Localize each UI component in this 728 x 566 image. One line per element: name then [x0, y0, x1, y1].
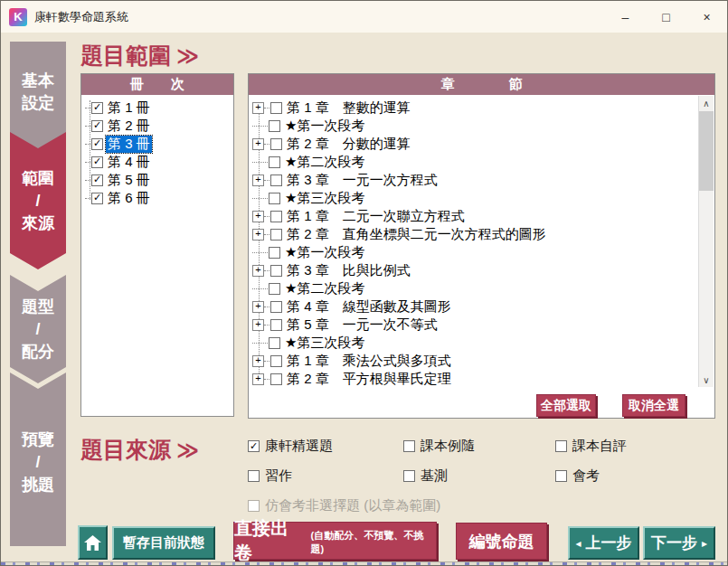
checkbox[interactable]	[270, 265, 282, 277]
next-step-button[interactable]: 下一步 ▸	[643, 526, 715, 560]
volume-item[interactable]: 第 4 冊	[81, 153, 233, 171]
expand-plus-icon[interactable]	[252, 373, 264, 385]
checkbox[interactable]	[403, 470, 415, 482]
numbered-question-button[interactable]: 編號命題	[456, 523, 547, 560]
checkbox[interactable]	[91, 156, 103, 168]
volume-item[interactable]: 第 6 冊	[81, 189, 233, 207]
expand-plus-icon[interactable]	[252, 301, 264, 313]
checkbox[interactable]	[269, 156, 280, 168]
volume-label[interactable]: 第 5 冊	[108, 172, 150, 189]
checkbox[interactable]	[270, 373, 282, 385]
checkbox[interactable]	[91, 120, 103, 132]
checkbox[interactable]	[270, 102, 282, 114]
source-option[interactable]: 基測	[403, 467, 448, 485]
expand-plus-icon[interactable]	[252, 355, 264, 367]
checkbox[interactable]	[91, 102, 103, 114]
checkbox[interactable]	[91, 193, 103, 204]
expand-plus-icon[interactable]	[252, 265, 264, 277]
source-option-label[interactable]: 康軒精選題	[265, 438, 333, 455]
scroll-up-icon[interactable]: ∧	[699, 96, 714, 110]
deselect-all-button[interactable]: 取消全選	[622, 394, 685, 417]
checkbox[interactable]	[270, 175, 282, 186]
volume-label[interactable]: 第 1 冊	[108, 99, 150, 117]
checkbox[interactable]	[269, 193, 280, 204]
expand-plus-icon[interactable]	[252, 319, 264, 331]
chapter-label[interactable]: 第 2 章 直角坐標與二元一次方程式的圖形	[287, 226, 546, 243]
checkbox[interactable]	[269, 283, 280, 295]
chapter-label[interactable]: 第 5 章 一元一次不等式	[287, 316, 438, 334]
sidebar-item-question-types[interactable]: 題型 / 配分	[10, 275, 66, 383]
chapter-label[interactable]: ★第二次段考	[285, 154, 364, 171]
source-option-label[interactable]: 課本自評	[572, 438, 627, 455]
checkbox[interactable]	[91, 175, 103, 186]
chapter-tree-item[interactable]: 第 2 章 直角坐標與二元一次方程式的圖形	[249, 225, 699, 243]
source-option[interactable]: 課本自評	[555, 438, 627, 455]
checkbox[interactable]	[269, 247, 280, 259]
source-option[interactable]: 會考	[555, 467, 600, 485]
source-option-label[interactable]: 會考	[572, 467, 600, 485]
source-option-label[interactable]: 基測	[421, 467, 448, 485]
sidebar-item-preview-pick[interactable]: 預覽 / 挑題	[10, 373, 66, 546]
chapter-label[interactable]: 第 2 章 分數的運算	[287, 136, 411, 153]
source-option[interactable]: 課本例隨	[403, 438, 475, 455]
chapter-label[interactable]: 第 1 章 二元一次聯立方程式	[287, 208, 465, 225]
checkbox[interactable]	[269, 120, 280, 132]
chapter-tree-item[interactable]: ★第三次段考	[249, 334, 699, 352]
checkbox[interactable]	[270, 319, 282, 331]
chapter-label[interactable]: ★第一次段考	[285, 244, 364, 261]
chapter-tree-item[interactable]: ★第一次段考	[249, 243, 699, 261]
source-option-label[interactable]: 課本例隨	[421, 438, 475, 455]
scrollbar-thumb[interactable]	[699, 111, 714, 191]
expand-plus-icon[interactable]	[252, 175, 264, 186]
select-all-button[interactable]: 全部選取	[536, 394, 596, 417]
volume-label[interactable]: 第 4 冊	[108, 154, 150, 171]
chapter-tree-item[interactable]: 第 1 章 二元一次聯立方程式	[249, 207, 699, 225]
source-option[interactable]: 康軒精選題	[248, 438, 333, 455]
volume-label[interactable]: 第 2 冊	[108, 118, 150, 135]
checkbox[interactable]	[248, 440, 260, 452]
chapter-label[interactable]: 第 4 章 線型函數及其圖形	[287, 298, 451, 316]
checkbox[interactable]	[270, 138, 282, 150]
checkbox[interactable]	[555, 440, 567, 452]
source-option-label[interactable]: 習作	[265, 467, 292, 485]
chapter-tree-item[interactable]: 第 1 章 整數的運算	[249, 99, 699, 117]
checkbox[interactable]	[270, 301, 282, 313]
chapter-tree-item[interactable]: 第 3 章 一元一次方程式	[249, 171, 699, 189]
chapter-tree-item[interactable]: ★第二次段考	[249, 279, 699, 297]
sidebar-item-scope-source[interactable]: 範圍 / 來源	[10, 132, 66, 269]
volume-item[interactable]: 第 2 冊	[81, 117, 233, 135]
checkbox[interactable]	[555, 470, 567, 482]
chapter-label[interactable]: ★第一次段考	[285, 118, 364, 135]
expand-plus-icon[interactable]	[252, 211, 264, 222]
chapter-label[interactable]: 第 1 章 乘法公式與多項式	[287, 353, 451, 370]
checkbox[interactable]	[270, 211, 282, 222]
previous-step-button[interactable]: ◂ 上一步	[568, 526, 639, 560]
source-option[interactable]: 習作	[248, 467, 292, 485]
chapter-tree-item[interactable]: 第 5 章 一元一次不等式	[249, 316, 699, 334]
chapter-label[interactable]: 第 3 章 比與比例式	[287, 262, 411, 279]
maximize-button[interactable]: □	[646, 1, 686, 33]
chapter-label[interactable]: ★第三次段考	[285, 335, 364, 352]
chapter-tree-item[interactable]: ★第三次段考	[249, 189, 699, 207]
chapter-tree-item[interactable]: 第 4 章 線型函數及其圖形	[249, 297, 699, 316]
volume-label[interactable]: 第 6 冊	[108, 190, 150, 207]
home-button[interactable]	[78, 525, 108, 560]
chapter-tree-item[interactable]: ★第一次段考	[249, 117, 699, 135]
chapter-tree-item[interactable]: 第 2 章 分數的運算	[249, 135, 699, 153]
checkbox[interactable]	[248, 470, 260, 482]
chapter-tree-item[interactable]: ★第二次段考	[249, 153, 699, 171]
expand-plus-icon[interactable]	[252, 229, 264, 241]
close-button[interactable]: ×	[686, 1, 727, 33]
chapter-scrollbar[interactable]: ∧ ∨	[698, 96, 714, 387]
chapter-label[interactable]: ★第二次段考	[285, 280, 364, 297]
checkbox[interactable]	[403, 440, 415, 452]
chapter-tree-item[interactable]: 第 3 章 比與比例式	[249, 261, 699, 279]
expand-plus-icon[interactable]	[252, 138, 264, 150]
scroll-down-icon[interactable]: ∨	[699, 373, 714, 387]
volume-item[interactable]: 第 5 冊	[81, 171, 233, 189]
chapter-label[interactable]: 第 1 章 整數的運算	[287, 99, 411, 117]
chapter-label[interactable]: 第 2 章 平方根與畢氏定理	[287, 371, 451, 388]
chapter-tree-item[interactable]: 第 2 章 平方根與畢氏定理	[249, 370, 699, 388]
volume-label[interactable]: 第 3 冊	[106, 136, 152, 153]
checkbox[interactable]	[269, 337, 280, 349]
